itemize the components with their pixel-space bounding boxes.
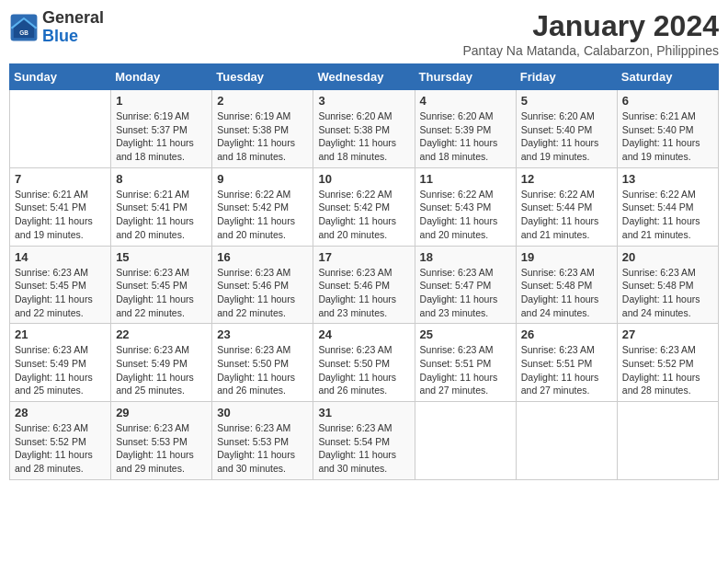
day-cell: 4Sunrise: 6:20 AM Sunset: 5:39 PM Daylig…: [415, 90, 516, 168]
day-info: Sunrise: 6:23 AM Sunset: 5:48 PM Dayligh…: [622, 266, 713, 320]
header-cell-wednesday: Wednesday: [313, 64, 415, 90]
day-number: 30: [217, 406, 308, 419]
day-cell: 8Sunrise: 6:21 AM Sunset: 5:41 PM Daylig…: [111, 167, 212, 246]
day-number: 8: [116, 172, 207, 186]
day-cell: 20Sunrise: 6:23 AM Sunset: 5:48 PM Dayli…: [617, 246, 718, 324]
day-info: Sunrise: 6:23 AM Sunset: 5:49 PM Dayligh…: [116, 343, 207, 397]
day-cell: 6Sunrise: 6:21 AM Sunset: 5:40 PM Daylig…: [617, 90, 718, 168]
day-info: Sunrise: 6:23 AM Sunset: 5:51 PM Dayligh…: [420, 343, 511, 397]
day-info: Sunrise: 6:22 AM Sunset: 5:42 PM Dayligh…: [318, 188, 409, 242]
header-cell-monday: Monday: [111, 64, 212, 90]
day-number: 24: [318, 327, 409, 341]
day-number: 23: [217, 327, 308, 341]
logo: GB General Blue: [9, 9, 104, 46]
day-number: 16: [217, 250, 308, 264]
title-block: January 2024 Pantay Na Matanda, Calabarz…: [462, 9, 719, 58]
day-cell: 27Sunrise: 6:23 AM Sunset: 5:52 PM Dayli…: [617, 324, 718, 402]
day-info: Sunrise: 6:21 AM Sunset: 5:40 PM Dayligh…: [622, 109, 713, 164]
day-info: Sunrise: 6:23 AM Sunset: 5:45 PM Dayligh…: [116, 266, 207, 320]
header-cell-thursday: Thursday: [415, 64, 516, 90]
header-cell-tuesday: Tuesday: [212, 64, 313, 90]
day-info: Sunrise: 6:23 AM Sunset: 5:47 PM Dayligh…: [420, 266, 511, 320]
day-cell: 23Sunrise: 6:23 AM Sunset: 5:50 PM Dayli…: [212, 324, 313, 402]
day-cell: [516, 402, 617, 480]
day-info: Sunrise: 6:23 AM Sunset: 5:48 PM Dayligh…: [521, 266, 612, 320]
day-cell: [617, 402, 718, 480]
day-number: 14: [15, 250, 106, 264]
svg-text:GB: GB: [19, 29, 28, 36]
header-row: SundayMondayTuesdayWednesdayThursdayFrid…: [10, 64, 719, 90]
week-row-4: 21Sunrise: 6:23 AM Sunset: 5:49 PM Dayli…: [10, 324, 719, 402]
day-info: Sunrise: 6:23 AM Sunset: 5:49 PM Dayligh…: [15, 343, 106, 397]
day-number: 27: [622, 327, 713, 341]
day-info: Sunrise: 6:23 AM Sunset: 5:54 PM Dayligh…: [318, 421, 409, 476]
day-info: Sunrise: 6:22 AM Sunset: 5:42 PM Dayligh…: [217, 188, 308, 242]
page-header: GB General Blue January 2024 Pantay Na M…: [9, 9, 719, 58]
day-info: Sunrise: 6:22 AM Sunset: 5:44 PM Dayligh…: [622, 188, 713, 242]
day-cell: 17Sunrise: 6:23 AM Sunset: 5:46 PM Dayli…: [313, 246, 415, 324]
day-number: 10: [318, 172, 409, 186]
day-cell: 19Sunrise: 6:23 AM Sunset: 5:48 PM Dayli…: [516, 246, 617, 324]
day-number: 13: [622, 172, 713, 186]
day-info: Sunrise: 6:23 AM Sunset: 5:52 PM Dayligh…: [15, 421, 106, 476]
day-number: 1: [116, 94, 207, 108]
day-number: 3: [318, 94, 409, 108]
day-info: Sunrise: 6:23 AM Sunset: 5:53 PM Dayligh…: [217, 421, 308, 476]
day-cell: 9Sunrise: 6:22 AM Sunset: 5:42 PM Daylig…: [212, 167, 313, 246]
week-row-1: 1Sunrise: 6:19 AM Sunset: 5:37 PM Daylig…: [10, 90, 719, 168]
calendar-table: SundayMondayTuesdayWednesdayThursdayFrid…: [9, 63, 719, 480]
day-number: 7: [15, 172, 106, 186]
day-info: Sunrise: 6:23 AM Sunset: 5:53 PM Dayligh…: [116, 421, 207, 476]
calendar-body: 1Sunrise: 6:19 AM Sunset: 5:37 PM Daylig…: [10, 90, 719, 480]
day-cell: 24Sunrise: 6:23 AM Sunset: 5:50 PM Dayli…: [313, 324, 415, 402]
day-cell: 18Sunrise: 6:23 AM Sunset: 5:47 PM Dayli…: [415, 246, 516, 324]
day-cell: 5Sunrise: 6:20 AM Sunset: 5:40 PM Daylig…: [516, 90, 617, 168]
day-cell: 21Sunrise: 6:23 AM Sunset: 5:49 PM Dayli…: [10, 324, 111, 402]
subtitle: Pantay Na Matanda, Calabarzon, Philippin…: [462, 43, 719, 58]
header-cell-saturday: Saturday: [617, 64, 718, 90]
day-info: Sunrise: 6:19 AM Sunset: 5:38 PM Dayligh…: [217, 109, 308, 164]
day-cell: 26Sunrise: 6:23 AM Sunset: 5:51 PM Dayli…: [516, 324, 617, 402]
day-number: 18: [420, 250, 511, 264]
day-number: 11: [420, 172, 511, 186]
day-info: Sunrise: 6:23 AM Sunset: 5:46 PM Dayligh…: [217, 266, 308, 320]
day-info: Sunrise: 6:19 AM Sunset: 5:37 PM Dayligh…: [116, 109, 207, 164]
day-info: Sunrise: 6:23 AM Sunset: 5:45 PM Dayligh…: [15, 266, 106, 320]
day-number: 5: [521, 94, 612, 108]
day-number: 25: [420, 327, 511, 341]
day-info: Sunrise: 6:20 AM Sunset: 5:39 PM Dayligh…: [420, 109, 511, 164]
logo-icon: GB: [9, 13, 39, 42]
day-number: 22: [116, 327, 207, 341]
day-info: Sunrise: 6:23 AM Sunset: 5:46 PM Dayligh…: [318, 266, 409, 320]
day-info: Sunrise: 6:21 AM Sunset: 5:41 PM Dayligh…: [116, 188, 207, 242]
day-info: Sunrise: 6:23 AM Sunset: 5:52 PM Dayligh…: [622, 343, 713, 397]
day-cell: 28Sunrise: 6:23 AM Sunset: 5:52 PM Dayli…: [10, 402, 111, 480]
day-number: 31: [318, 406, 409, 419]
header-cell-sunday: Sunday: [10, 64, 111, 90]
day-info: Sunrise: 6:22 AM Sunset: 5:44 PM Dayligh…: [521, 188, 612, 242]
day-cell: [415, 402, 516, 480]
day-cell: 1Sunrise: 6:19 AM Sunset: 5:37 PM Daylig…: [111, 90, 212, 168]
week-row-3: 14Sunrise: 6:23 AM Sunset: 5:45 PM Dayli…: [10, 246, 719, 324]
day-cell: 2Sunrise: 6:19 AM Sunset: 5:38 PM Daylig…: [212, 90, 313, 168]
day-info: Sunrise: 6:23 AM Sunset: 5:50 PM Dayligh…: [318, 343, 409, 397]
day-number: 12: [521, 172, 612, 186]
day-number: 26: [521, 327, 612, 341]
week-row-2: 7Sunrise: 6:21 AM Sunset: 5:41 PM Daylig…: [10, 167, 719, 246]
main-title: January 2024: [462, 9, 719, 43]
day-cell: 3Sunrise: 6:20 AM Sunset: 5:38 PM Daylig…: [313, 90, 415, 168]
day-info: Sunrise: 6:20 AM Sunset: 5:40 PM Dayligh…: [521, 109, 612, 164]
day-cell: 7Sunrise: 6:21 AM Sunset: 5:41 PM Daylig…: [10, 167, 111, 246]
calendar-header: SundayMondayTuesdayWednesdayThursdayFrid…: [10, 64, 719, 90]
header-cell-friday: Friday: [516, 64, 617, 90]
day-number: 6: [622, 94, 713, 108]
day-number: 4: [420, 94, 511, 108]
day-cell: 31Sunrise: 6:23 AM Sunset: 5:54 PM Dayli…: [313, 402, 415, 480]
day-number: 21: [15, 327, 106, 341]
day-number: 9: [217, 172, 308, 186]
day-number: 29: [116, 406, 207, 419]
day-cell: 14Sunrise: 6:23 AM Sunset: 5:45 PM Dayli…: [10, 246, 111, 324]
day-cell: 10Sunrise: 6:22 AM Sunset: 5:42 PM Dayli…: [313, 167, 415, 246]
day-number: 20: [622, 250, 713, 264]
day-info: Sunrise: 6:22 AM Sunset: 5:43 PM Dayligh…: [420, 188, 511, 242]
